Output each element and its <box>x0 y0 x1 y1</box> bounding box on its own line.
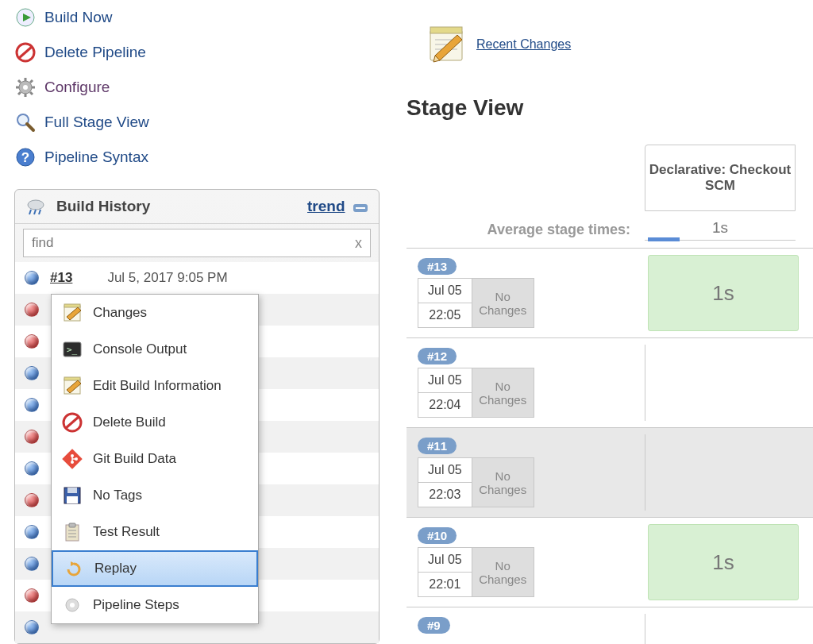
stage-view-table: Declarative: Checkout SCM Average stage … <box>406 145 813 644</box>
menu-item-label: Changes <box>93 305 147 321</box>
redo-icon <box>63 557 85 580</box>
menu-changes[interactable]: Changes <box>52 295 258 331</box>
run-time: 22:01 <box>418 573 472 596</box>
floppy-icon <box>61 484 83 507</box>
build-date: Jul 5, 2017 9:05 PM <box>107 270 227 286</box>
build-pill[interactable]: #13 <box>418 258 457 275</box>
run-date: Jul 05 <box>418 458 472 483</box>
svg-line-13 <box>30 80 33 83</box>
svg-point-5 <box>23 85 28 90</box>
status-ball-icon <box>25 588 39 603</box>
help-icon: ? <box>14 146 37 168</box>
menu-item-label: Delete Build <box>93 415 166 430</box>
no-entry-icon <box>61 411 83 434</box>
build-history-title: Build History <box>56 198 150 215</box>
nav-link-label: Full Stage View <box>44 114 149 131</box>
svg-point-18 <box>28 200 44 210</box>
run-changes: No Changes <box>472 547 534 597</box>
run-time: 22:03 <box>418 483 472 507</box>
status-ball-icon <box>25 620 39 634</box>
find-box: x <box>23 229 371 257</box>
menu-item-label: Edit Build Information <box>93 378 222 394</box>
collapse-icon[interactable] <box>353 204 368 212</box>
stage-cell[interactable]: 1s <box>648 255 799 331</box>
run-time: 22:05 <box>418 303 472 327</box>
menu-pipeline-steps[interactable]: Pipeline Steps <box>52 587 258 623</box>
status-ball-icon <box>25 493 39 507</box>
menu-item-label: Console Output <box>93 341 187 357</box>
status-ball-icon <box>25 557 39 571</box>
build-time-box: Jul 0522:03No Changes <box>418 457 645 507</box>
svg-line-19 <box>29 210 31 214</box>
menu-no-tags[interactable]: No Tags <box>52 477 258 514</box>
svg-text:>_: >_ <box>67 345 78 355</box>
build-context-menu: Changes>_Console OutputEdit Build Inform… <box>51 294 259 624</box>
run-time: 22:04 <box>418 393 472 417</box>
svg-point-46 <box>70 603 75 607</box>
svg-text:?: ? <box>21 150 29 165</box>
svg-rect-40 <box>69 523 75 527</box>
status-ball-icon <box>25 398 39 412</box>
find-input[interactable] <box>32 235 355 251</box>
menu-test-result[interactable]: Test Result <box>52 514 258 550</box>
status-ball-icon <box>25 334 39 349</box>
menu-item-label: No Tags <box>93 488 142 503</box>
svg-line-12 <box>18 92 21 94</box>
trend-link[interactable]: trend <box>307 198 345 214</box>
menu-item-label: Replay <box>94 561 137 577</box>
main-content: Recent Changes Stage View Declarative: C… <box>406 0 813 644</box>
menu-replay[interactable]: Replay <box>52 550 258 587</box>
menu-console-output[interactable]: >_Console Output <box>52 331 258 368</box>
terminal-icon: >_ <box>61 338 83 361</box>
menu-item-label: Test Result <box>93 524 160 540</box>
svg-line-10 <box>18 80 21 83</box>
clear-find-button[interactable]: x <box>355 235 362 252</box>
nav-link-label: Build Now <box>44 9 113 26</box>
stage-run-row: #12Jul 0522:04No Changes <box>406 337 813 427</box>
avg-stage-time-value: 1s <box>645 219 796 241</box>
status-ball-icon <box>25 303 39 317</box>
run-changes: No Changes <box>472 278 534 328</box>
avg-progress-bar <box>648 237 680 241</box>
stage-run-row: #10Jul 0522:01No Changes1s <box>406 517 813 607</box>
magnifier-icon <box>14 111 37 133</box>
notepad-icon <box>61 375 83 397</box>
menu-item-label: Git Build Data <box>93 451 176 467</box>
svg-line-20 <box>34 210 36 214</box>
menu-delete-build[interactable]: Delete Build <box>52 404 258 441</box>
svg-rect-48 <box>430 27 462 33</box>
status-ball-icon <box>25 461 39 476</box>
avg-stage-times-label: Average stage times: <box>406 222 645 238</box>
stage-run-row: #11Jul 0522:03No Changes <box>406 427 813 517</box>
stage-view-title: Stage View <box>406 65 813 121</box>
svg-line-11 <box>30 92 33 94</box>
stage-run-row: #9 <box>406 607 813 644</box>
recent-changes-link[interactable]: Recent Changes <box>476 37 571 52</box>
build-history-header: Build History trend <box>15 190 379 224</box>
build-time-box: Jul 0522:05No Changes <box>418 278 645 328</box>
menu-edit-build-information[interactable]: Edit Build Information <box>52 368 258 404</box>
run-date: Jul 05 <box>418 548 472 573</box>
stage-cell[interactable] <box>645 434 796 511</box>
stage-cell[interactable]: 1s <box>648 524 799 600</box>
git-icon <box>61 448 83 470</box>
stage-cell[interactable] <box>645 614 796 644</box>
nav-link-label: Configure <box>44 79 110 96</box>
stage-cell[interactable] <box>645 345 796 421</box>
build-pill[interactable]: #11 <box>418 438 457 454</box>
build-pill[interactable]: #12 <box>418 348 457 364</box>
status-ball-icon <box>25 271 39 285</box>
build-number-link[interactable]: #13 <box>50 270 72 286</box>
clock-play-icon <box>14 6 37 29</box>
weather-icon <box>26 198 47 215</box>
build-pill[interactable]: #10 <box>418 527 457 544</box>
status-ball-icon <box>25 366 39 380</box>
gear-light-icon <box>61 594 83 616</box>
notepad-icon <box>426 24 467 65</box>
menu-git-build-data[interactable]: Git Build Data <box>52 441 258 477</box>
no-entry-icon <box>14 41 37 64</box>
build-row[interactable]: #13Jul 5, 2017 9:05 PM <box>15 262 379 294</box>
build-pill[interactable]: #9 <box>418 617 450 634</box>
build-time-box: Jul 0522:04No Changes <box>418 368 645 418</box>
nav-link-label: Pipeline Syntax <box>44 148 148 166</box>
